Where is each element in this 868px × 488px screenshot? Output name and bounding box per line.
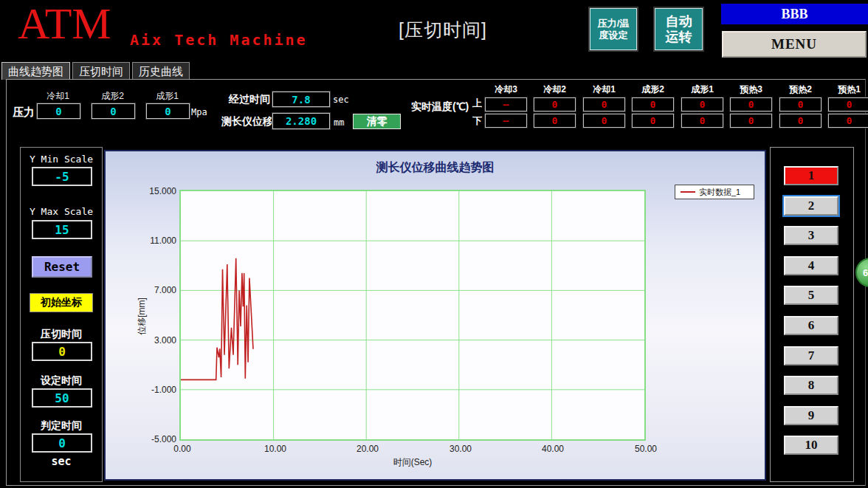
x-axis-label: 时间(Sec) bbox=[339, 456, 486, 469]
y-min-scale-label: Y Min Scale bbox=[21, 154, 102, 165]
temp-column: 预热1 0 0 bbox=[828, 83, 868, 128]
temp-column-header: 预热1 bbox=[828, 83, 868, 95]
channel-button[interactable]: 10 bbox=[784, 436, 838, 455]
temp-upper-value: 0 bbox=[534, 97, 576, 111]
elapsed-time-label: 经过时间 bbox=[229, 93, 270, 106]
temp-upper-value: 0 bbox=[681, 97, 723, 111]
temp-column: 预热2 0 0 bbox=[779, 83, 822, 128]
pressure-value-cooling1: 0 bbox=[37, 103, 80, 119]
temp-lower-value: 0 bbox=[828, 114, 868, 128]
judge-time-label: 判定时间 bbox=[21, 419, 102, 433]
channel-button[interactable]: 7 bbox=[784, 346, 838, 365]
elapsed-time-unit: sec bbox=[333, 94, 349, 105]
temp-column-header: 冷却2 bbox=[534, 83, 576, 95]
channel-button-panel: 1 2 3 4 5 6 7 8 9 10 bbox=[770, 147, 854, 482]
y-tick: 11.000 bbox=[131, 236, 176, 246]
channel-button[interactable]: 2 bbox=[784, 196, 838, 216]
temp-lower-value: 0 bbox=[583, 114, 625, 128]
hmi-screen: ATM Aix Tech Machine [压切时间] 压力/温 度设定 自动 … bbox=[0, 0, 868, 488]
app-logo-subtitle: Aix Tech Machine bbox=[130, 31, 308, 49]
clear-zero-button[interactable]: 清零 bbox=[353, 114, 401, 129]
temp-lower-value: — bbox=[485, 114, 527, 128]
time-unit-label: sec bbox=[21, 455, 102, 468]
y-min-scale-field[interactable]: -5 bbox=[32, 167, 92, 186]
tab-bar: 曲线趋势图 压切时间 历史曲线 bbox=[1, 62, 190, 80]
channel-button[interactable]: 3 bbox=[784, 226, 838, 245]
temp-upper-value: 0 bbox=[730, 97, 772, 111]
temp-column-header: 冷却1 bbox=[583, 83, 625, 95]
temp-column: 冷却1 0 0 bbox=[583, 83, 625, 128]
legend-line-swatch bbox=[681, 191, 695, 193]
channel-button[interactable]: 6 bbox=[784, 316, 838, 335]
grid-lines bbox=[181, 191, 644, 439]
press-cut-time-label: 压切时间 bbox=[21, 328, 102, 341]
tab-press-cut-time[interactable]: 压切时间 bbox=[72, 62, 130, 80]
temp-column: 冷却3 — — bbox=[485, 83, 527, 128]
pressure-unit: Mpa bbox=[191, 107, 207, 117]
displacement-unit: mm bbox=[334, 117, 344, 128]
page-title: [压切时间] bbox=[325, 18, 561, 42]
realtime-temp-label: 实时温度(℃) bbox=[411, 100, 469, 114]
temp-upper-value: 0 bbox=[632, 97, 674, 111]
set-time-label: 设定时间 bbox=[21, 374, 102, 388]
y-scale-panel: Y Min Scale -5 Y Max Scale 15 Reset 初始坐标… bbox=[20, 147, 103, 482]
y-tick: 15.000 bbox=[131, 186, 176, 196]
y-max-scale-field[interactable]: 15 bbox=[32, 220, 92, 239]
temp-upper-row-label: 上 bbox=[472, 97, 482, 110]
y-max-scale-label: Y Max Scale bbox=[21, 206, 102, 217]
temp-lower-value: 0 bbox=[632, 114, 674, 128]
temp-lower-value: 0 bbox=[779, 114, 822, 128]
displacement-label: 测长仪位移 bbox=[221, 115, 273, 128]
y-axis-label: 位移[mm] bbox=[136, 276, 148, 357]
temp-column-header: 成形2 bbox=[632, 83, 674, 95]
temp-column-header: 预热2 bbox=[779, 83, 822, 95]
tab-history-curve[interactable]: 历史曲线 bbox=[132, 62, 190, 80]
menu-button[interactable]: MENU bbox=[722, 31, 867, 58]
pressure-temp-settings-button[interactable]: 压力/温 度设定 bbox=[590, 8, 637, 50]
x-tick: 20.00 bbox=[349, 444, 386, 454]
temp-column: 冷却2 0 0 bbox=[534, 83, 576, 128]
x-tick: 50.00 bbox=[627, 444, 664, 454]
temp-column: 成形1 0 0 bbox=[681, 83, 723, 128]
temp-upper-value: 0 bbox=[583, 97, 625, 111]
judge-time-value: 0 bbox=[32, 433, 92, 453]
app-logo: ATM bbox=[18, 0, 111, 47]
temp-upper-value: 0 bbox=[779, 97, 822, 111]
auto-run-button[interactable]: 自动 运转 bbox=[655, 8, 703, 50]
channel-button[interactable]: 4 bbox=[784, 256, 838, 275]
temp-column-header: 预热3 bbox=[730, 83, 772, 95]
pressure-field-label: 冷却1 bbox=[37, 90, 79, 103]
press-cut-time-value: 0 bbox=[32, 342, 92, 361]
pressure-value-forming1: 0 bbox=[146, 103, 190, 119]
pressure-label: 压力 bbox=[13, 106, 35, 120]
temp-lower-value: 0 bbox=[681, 114, 723, 128]
channel-button[interactable]: 9 bbox=[784, 406, 838, 425]
x-tick: 0.00 bbox=[164, 444, 201, 454]
tab-trend-chart[interactable]: 曲线趋势图 bbox=[1, 62, 70, 80]
y-tick: -5.000 bbox=[131, 434, 176, 444]
bbb-banner[interactable]: BBB bbox=[721, 4, 868, 24]
trend-line-svg bbox=[181, 191, 644, 439]
initial-coordinates-button[interactable]: 初始坐标 bbox=[30, 293, 93, 312]
y-tick: -1.000 bbox=[131, 385, 176, 395]
chart-legend: 实时数据_1 bbox=[675, 185, 754, 199]
temp-upper-value: — bbox=[485, 97, 527, 111]
temp-column-header: 冷却3 bbox=[485, 83, 527, 95]
x-tick: 30.00 bbox=[442, 444, 479, 454]
temp-lower-row-label: 下 bbox=[472, 114, 482, 128]
x-tick: 40.00 bbox=[534, 444, 571, 454]
elapsed-time-value: 7.8 bbox=[272, 92, 330, 107]
x-tick: 10.00 bbox=[257, 444, 294, 454]
plot-area bbox=[179, 190, 646, 441]
legend-series-label: 实时数据_1 bbox=[699, 187, 740, 198]
chart-title: 测长仪位移曲线趋势图 bbox=[106, 160, 765, 176]
set-time-field[interactable]: 50 bbox=[32, 388, 92, 408]
displacement-value: 2.280 bbox=[272, 113, 330, 129]
channel-button[interactable]: 8 bbox=[784, 376, 838, 395]
temp-column: 成形2 0 0 bbox=[632, 83, 674, 128]
pressure-field-label: 成形1 bbox=[146, 90, 188, 103]
channel-button[interactable]: 5 bbox=[784, 286, 838, 305]
reset-button[interactable]: Reset bbox=[32, 256, 92, 278]
channel-button[interactable]: 1 bbox=[784, 166, 838, 185]
trend-chart-panel: 测长仪位移曲线趋势图 实时数据_1 15.000 11.000 7.000 3.… bbox=[104, 150, 766, 481]
